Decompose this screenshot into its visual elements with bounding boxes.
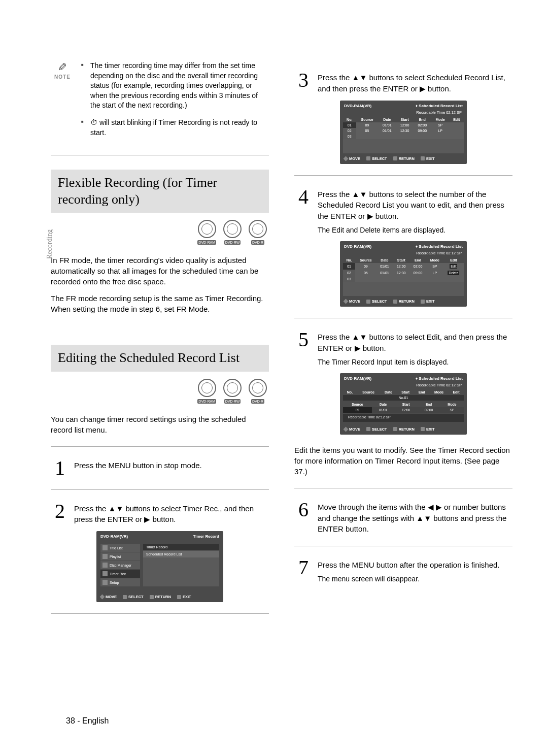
- menu-item: Playlist: [100, 552, 140, 561]
- exit-icon: [177, 595, 181, 599]
- step-7: 7 Press the MENU button after the operat…: [294, 557, 512, 584]
- disc-icon: [198, 379, 216, 397]
- step-text: Press the ▲▼ buttons to select Scheduled…: [318, 70, 512, 94]
- step-text: Press the ▲▼ buttons to select Timer Rec…: [74, 501, 269, 525]
- select-icon: [123, 595, 127, 599]
- step-3: 3 Press the ▲▼ buttons to select Schedul…: [294, 70, 512, 94]
- left-column: ✎ NOTE The timer recording time may diff…: [51, 61, 269, 625]
- step-text: Press the MENU button in stop mode.: [74, 458, 202, 478]
- screenshot-timer-menu: DVD-RAM(VR) Timer Record Title List Play…: [96, 531, 223, 602]
- divider: [294, 175, 512, 176]
- divider: [294, 546, 512, 546]
- step-5: 5 Press the ▲▼ buttons to select Edit, a…: [294, 330, 512, 367]
- note-item: The timer recording time may differ from…: [88, 61, 269, 111]
- step-number: 6: [294, 500, 313, 535]
- step-subtext: The menu screen will disappear.: [318, 574, 500, 584]
- divider: [294, 318, 512, 318]
- step-text: Press the MENU button after the operatio…: [318, 561, 500, 569]
- step-subtext: The Timer Record Input item is displayed…: [318, 357, 512, 367]
- disc-icon: [223, 379, 242, 397]
- step-subtext: The Edit and Delete items are displayed.: [318, 225, 512, 235]
- menu-item: Setup: [100, 578, 140, 586]
- disc-icon: [249, 220, 267, 238]
- step-number: 5: [294, 330, 313, 367]
- step-4: 4 Press the ▲▼ buttons to select the num…: [294, 187, 512, 236]
- disc-icon: [198, 220, 216, 238]
- body-text: You can change timer record settings usi…: [51, 414, 269, 435]
- page-footer: 38 - English: [66, 716, 109, 726]
- section-title-editing: Editing the Scheduled Record List: [51, 345, 269, 372]
- menu-item: Timer Rec.: [100, 570, 140, 578]
- divider: [294, 488, 512, 488]
- note-icon: ✎: [51, 61, 74, 74]
- step-number: 1: [51, 458, 69, 478]
- screen-subtitle: Timer Record: [193, 534, 219, 539]
- step-text: Move through the items with the ◀ ▶ or n…: [318, 500, 512, 535]
- body-text: The FR mode recording setup is the same …: [51, 293, 269, 314]
- side-tab: Recording: [46, 229, 54, 259]
- divider: [51, 446, 269, 447]
- right-column: 3 Press the ▲▼ buttons to select Schedul…: [294, 61, 512, 625]
- divider: [51, 613, 269, 614]
- move-icon: [100, 595, 105, 600]
- panel-item: Scheduled Record List: [143, 551, 219, 557]
- body-text: In FR mode, the timer recording's video …: [51, 255, 269, 287]
- screen-title: DVD-RAM(VR): [100, 534, 128, 539]
- divider: [51, 155, 269, 155]
- body-text: Edit the items you want to modify. See t…: [294, 445, 512, 477]
- panel-item: Timer Record: [143, 544, 219, 550]
- disc-icon: [249, 379, 267, 397]
- screenshot-sched-list: DVD-RAM(VR) ♦ Scheduled Record List Reco…: [340, 101, 467, 164]
- menu-item: Disc Manager: [100, 561, 140, 569]
- section-title-flexible: Flexible Recording (for Timer recording …: [51, 170, 269, 213]
- return-icon: [150, 595, 154, 599]
- step-6: 6 Move through the items with the ◀ ▶ or…: [294, 500, 512, 535]
- step-2: 2 Press the ▲▼ buttons to select Timer R…: [51, 501, 269, 525]
- step-number: 2: [51, 501, 69, 525]
- menu-item: Title List: [100, 544, 140, 552]
- step-number: 7: [294, 557, 313, 584]
- step-text: Press the ▲▼ buttons to select the numbe…: [318, 190, 504, 221]
- screen-footer: MOVE SELECT RETURN EXIT: [96, 591, 223, 602]
- disc-badges: DVD-RAM DVD-RW DVD-R: [51, 379, 267, 404]
- step-text: Press the ▲▼ buttons to select Edit, and…: [318, 333, 507, 352]
- step-number: 3: [294, 70, 313, 94]
- step-number: 4: [294, 187, 313, 236]
- disc-badges: DVD-RAM DVD-RW DVD-R: [51, 220, 267, 245]
- note-block: ✎ NOTE The timer recording time may diff…: [51, 61, 269, 145]
- divider: [51, 489, 269, 490]
- disc-icon: [223, 220, 242, 238]
- screenshot-timer-input: DVD-RAM(VR) ♦ Scheduled Record List Reco…: [340, 373, 467, 435]
- screenshot-sched-edit-delete: DVD-RAM(VR) ♦ Scheduled Record List Reco…: [340, 241, 467, 307]
- note-label: NOTE: [51, 74, 74, 80]
- note-item: ⏱ will start blinking if Timer Recording…: [88, 118, 269, 138]
- step-1: 1 Press the MENU button in stop mode.: [51, 458, 269, 478]
